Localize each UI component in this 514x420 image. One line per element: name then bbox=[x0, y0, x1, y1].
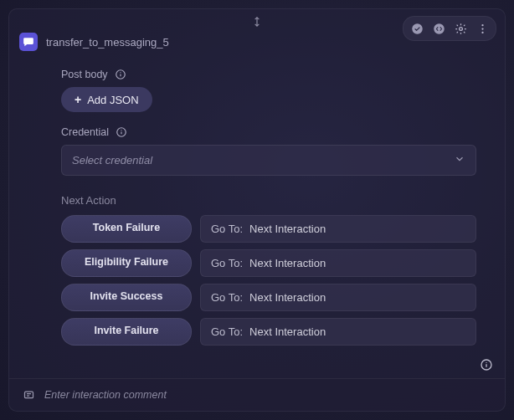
next-action-list: Token FailureGo To:Next InteractionEligi… bbox=[61, 215, 476, 346]
goto-label: Go To: bbox=[211, 223, 243, 235]
svg-point-14 bbox=[486, 362, 486, 363]
more-icon[interactable] bbox=[473, 19, 491, 38]
info-icon[interactable] bbox=[115, 68, 127, 80]
panel-header: transfer_to_messaging_5 bbox=[9, 9, 505, 56]
interaction-title: transfer_to_messaging_5 bbox=[46, 36, 169, 49]
outcome-chip[interactable]: Invite Failure bbox=[61, 318, 192, 346]
add-json-button[interactable]: + Add JSON bbox=[61, 87, 152, 112]
goto-label: Go To: bbox=[211, 257, 243, 269]
goto-label: Go To: bbox=[211, 291, 243, 304]
comment-input[interactable] bbox=[44, 389, 493, 401]
goto-value: Next Interaction bbox=[249, 257, 326, 269]
next-action-row: Invite FailureGo To:Next Interaction bbox=[61, 318, 476, 346]
goto-value: Next Interaction bbox=[249, 291, 326, 304]
svg-point-11 bbox=[121, 130, 122, 131]
svg-point-3 bbox=[481, 24, 483, 26]
svg-point-5 bbox=[481, 31, 483, 33]
goto-select[interactable]: Go To:Next Interaction bbox=[200, 284, 476, 311]
gear-icon[interactable] bbox=[451, 19, 470, 38]
svg-point-4 bbox=[481, 28, 483, 29]
code-icon[interactable] bbox=[429, 19, 448, 38]
outcome-chip[interactable]: Invite Success bbox=[61, 284, 192, 311]
header-actions bbox=[403, 16, 496, 41]
svg-point-0 bbox=[412, 23, 423, 34]
info-icon[interactable] bbox=[480, 358, 493, 374]
post-body-label: Post body bbox=[61, 69, 108, 80]
comment-bar bbox=[9, 378, 505, 411]
svg-point-1 bbox=[434, 23, 445, 34]
plus-icon: + bbox=[75, 93, 81, 106]
messaging-icon bbox=[19, 33, 38, 51]
next-action-row: Eligibility FailureGo To:Next Interactio… bbox=[61, 249, 476, 277]
credential-select[interactable]: Select credential bbox=[61, 145, 476, 176]
outcome-chip[interactable]: Eligibility Failure bbox=[61, 249, 192, 277]
next-action-label: Next Action bbox=[61, 194, 476, 207]
outcome-chip[interactable]: Token Failure bbox=[61, 215, 192, 243]
credential-label: Credential bbox=[61, 126, 109, 138]
svg-point-8 bbox=[121, 72, 121, 73]
approve-icon[interactable] bbox=[408, 19, 426, 38]
goto-select[interactable]: Go To:Next Interaction bbox=[200, 215, 476, 243]
next-action-row: Invite SuccessGo To:Next Interaction bbox=[61, 284, 476, 311]
drag-handle-icon[interactable] bbox=[251, 16, 263, 30]
goto-select[interactable]: Go To:Next Interaction bbox=[200, 318, 476, 346]
panel-body: Post body + Add JSON Credential Select c… bbox=[9, 56, 505, 378]
add-json-label: Add JSON bbox=[87, 94, 138, 106]
goto-value: Next Interaction bbox=[249, 223, 326, 235]
svg-rect-15 bbox=[24, 392, 33, 398]
svg-point-2 bbox=[459, 27, 462, 30]
chevron-down-icon bbox=[454, 153, 465, 167]
credential-label-row: Credential bbox=[61, 125, 476, 138]
info-icon[interactable] bbox=[116, 125, 128, 138]
next-action-row: Token FailureGo To:Next Interaction bbox=[61, 215, 476, 243]
interaction-panel: transfer_to_messaging_5 Post body bbox=[8, 8, 506, 412]
goto-value: Next Interaction bbox=[249, 325, 326, 338]
comment-icon bbox=[21, 387, 36, 402]
goto-select[interactable]: Go To:Next Interaction bbox=[200, 249, 476, 277]
goto-label: Go To: bbox=[211, 325, 243, 338]
credential-placeholder: Select credential bbox=[72, 154, 152, 166]
post-body-label-row: Post body bbox=[61, 68, 476, 80]
